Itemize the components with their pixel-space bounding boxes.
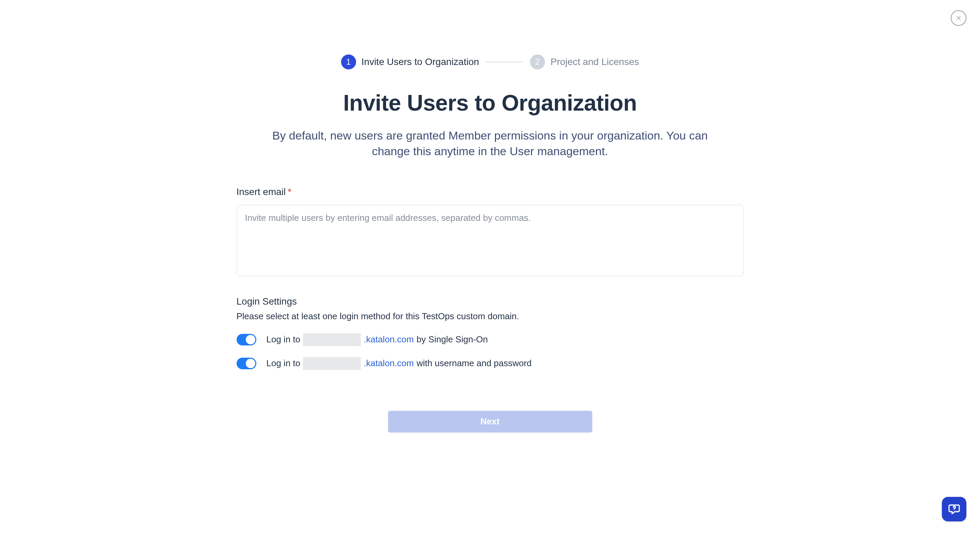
page-subtitle: By default, new users are granted Member… [252,128,729,159]
help-widget[interactable] [942,497,966,521]
toggle-password-label: Log in to .katalon.com with username and… [267,357,532,370]
step-1: 1 Invite Users to Organization [341,54,479,70]
login-option-sso: Log in to .katalon.com by Single Sign-On [237,333,744,346]
required-mark: * [288,186,291,197]
toggle-sso-label: Log in to .katalon.com by Single Sign-On [267,333,488,346]
toggle-sso-suffix: by Single Sign-On [417,334,488,345]
email-label-text: Insert email [237,186,286,197]
page-title: Invite Users to Organization [237,90,744,116]
toggle-sso-domain: .katalon.com [364,334,414,345]
toggle-sso[interactable] [237,334,256,345]
toggle-password-prefix: Log in to [267,358,301,368]
step-1-label: Invite Users to Organization [361,57,479,67]
toggle-sso-prefix: Log in to [267,334,301,345]
help-chat-icon [948,503,960,515]
step-2-badge: 2 [530,54,545,70]
email-label: Insert email* [237,186,744,197]
login-option-password: Log in to .katalon.com with username and… [237,357,744,370]
close-icon [956,15,962,21]
step-2-label: Project and Licenses [550,57,639,67]
wizard-stepper: 1 Invite Users to Organization 2 Project… [237,54,744,70]
login-settings-hint: Please select at least one login method … [237,311,744,322]
close-button[interactable] [951,10,966,26]
toggle-password-suffix: with username and password [417,358,532,368]
step-1-badge: 1 [341,54,356,70]
redacted-subdomain [303,357,361,370]
redacted-subdomain [303,333,361,346]
email-input[interactable] [237,205,744,276]
toggle-password[interactable] [237,358,256,369]
toggle-password-domain: .katalon.com [364,358,414,368]
svg-point-0 [954,510,955,511]
next-button[interactable]: Next [388,411,592,433]
login-settings-title: Login Settings [237,296,744,307]
step-connector [486,62,523,62]
step-2[interactable]: 2 Project and Licenses [530,54,639,70]
